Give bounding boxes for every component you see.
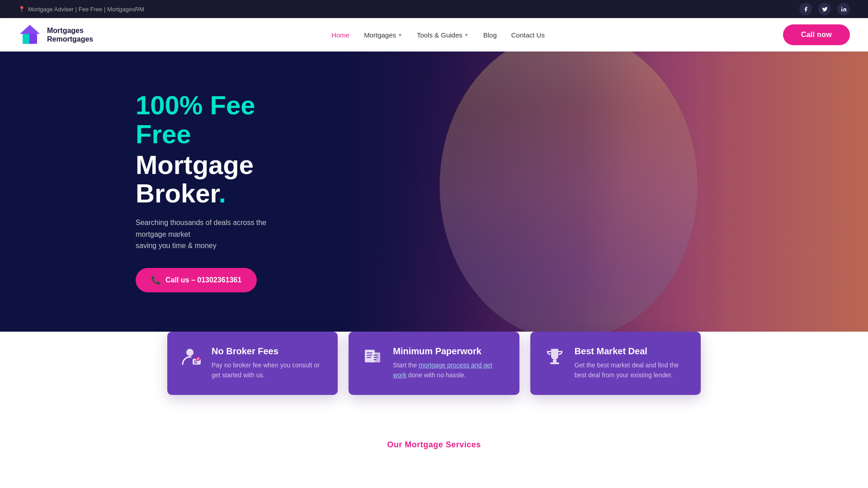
card-best-market-deal-body: Best Market Deal Get the best market dea…	[575, 346, 688, 380]
card-best-market-deal-title: Best Market Deal	[575, 346, 688, 357]
card-desc-suffix: done with no hassle.	[406, 371, 466, 379]
card-no-broker-fees: No Broker Fees Pay no broker fee when yo…	[167, 332, 338, 395]
facebook-icon[interactable]	[799, 3, 812, 15]
nav-links: Home Mortgages ▼ Tools & Guides ▼ Blog C…	[331, 31, 545, 39]
card-no-broker-fees-desc: Pay no broker fee when you consult or ge…	[212, 360, 325, 380]
hero-title-main-text: Mortgage Broker	[136, 150, 254, 208]
topbar: 📍 Mortgage Adviser | Fee Free | Mortgage…	[0, 0, 868, 18]
hero-content: 100% Fee Free Mortgage Broker. Searching…	[0, 55, 316, 328]
logo[interactable]: Mortgages Remortgages	[18, 23, 93, 47]
svg-point-5	[186, 349, 193, 356]
card-best-market-deal: Best Market Deal Get the best market dea…	[530, 332, 701, 395]
svg-rect-13	[373, 355, 378, 356]
card-icon-trophy	[543, 346, 566, 368]
hero-section: 100% Fee Free Mortgage Broker. Searching…	[0, 52, 868, 332]
cards-row: No Broker Fees Pay no broker fee when yo…	[167, 332, 701, 395]
svg-point-0	[841, 7, 842, 8]
hero-call-button[interactable]: 📞 Call us – 01302361361	[136, 268, 257, 292]
cards-section: No Broker Fees Pay no broker fee when yo…	[0, 332, 868, 422]
card-minimum-paperwork-desc: Start the mortgage process and get work …	[393, 360, 506, 380]
hero-title-main: Mortgage Broker.	[136, 150, 298, 208]
chevron-down-icon: ▼	[398, 33, 402, 38]
navbar: Mortgages Remortgages Home Mortgages ▼ T…	[0, 18, 868, 52]
nav-home[interactable]: Home	[331, 31, 349, 39]
address-text: Mortgage Adviser | Fee Free | MortgagesR…	[28, 6, 144, 13]
svg-rect-11	[367, 357, 371, 358]
hero-dot: .	[219, 178, 226, 208]
chevron-down-icon: ▼	[464, 33, 469, 38]
topbar-address: 📍 Mortgage Adviser | Fee Free | Mortgage…	[18, 6, 144, 13]
svg-rect-17	[550, 362, 559, 364]
call-now-button[interactable]: Call now	[783, 24, 850, 45]
nav-mortgages[interactable]: Mortgages ▼	[364, 31, 402, 39]
nav-blog[interactable]: Blog	[483, 31, 497, 39]
card-icon-person-tag	[180, 346, 203, 368]
card-minimum-paperwork: Minimum Paperwork Start the mortgage pro…	[349, 332, 519, 395]
card-no-broker-fees-body: No Broker Fees Pay no broker fee when yo…	[212, 346, 325, 380]
hero-bg	[347, 52, 868, 332]
card-no-broker-fees-title: No Broker Fees	[212, 346, 325, 357]
linkedin-icon[interactable]	[837, 3, 850, 15]
logo-text: Mortgages Remortgages	[47, 26, 93, 43]
svg-rect-15	[373, 359, 377, 360]
hero-subtitle-line1: Searching thousands of deals across the …	[136, 219, 266, 238]
services-heading: Our Mortgage Services	[0, 422, 868, 454]
card-minimum-paperwork-title: Minimum Paperwork	[393, 346, 506, 357]
hero-subtitle: Searching thousands of deals across the …	[136, 217, 298, 252]
svg-rect-16	[553, 360, 557, 362]
logo-line2: Remortgages	[47, 35, 93, 43]
nav-contact[interactable]: Contact Us	[511, 31, 545, 39]
svg-marker-3	[20, 25, 40, 34]
svg-rect-4	[23, 34, 29, 44]
logo-line1: Mortgages	[47, 26, 93, 35]
social-links	[799, 3, 850, 15]
svg-rect-14	[373, 357, 378, 358]
card-icon-paperwork	[361, 346, 385, 368]
hero-subtitle-line2: saving you time & money	[136, 242, 217, 249]
card-best-market-deal-desc: Get the best market deal and find the be…	[575, 360, 688, 380]
phone-icon: 📞	[151, 275, 161, 285]
hero-title-accent: 100% Fee Free	[136, 91, 298, 149]
svg-rect-10	[367, 355, 373, 356]
svg-rect-9	[367, 352, 373, 353]
card-minimum-paperwork-body: Minimum Paperwork Start the mortgage pro…	[393, 346, 506, 380]
nav-tools-guides[interactable]: Tools & Guides ▼	[417, 31, 469, 39]
twitter-icon[interactable]	[818, 3, 831, 15]
hero-call-label: Call us – 01302361361	[165, 276, 241, 284]
person-silhouette	[425, 52, 712, 332]
location-icon: 📍	[18, 6, 25, 13]
card-desc-prefix: Start the	[393, 361, 419, 369]
